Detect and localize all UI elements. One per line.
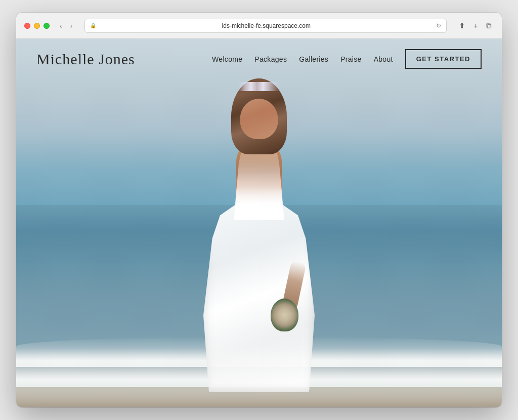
navigation: Welcome Packages Galleries Praise About …: [212, 49, 482, 69]
lock-icon: 🔒: [90, 23, 96, 28]
forward-button[interactable]: ›: [68, 21, 75, 31]
browser-actions: ⬆ + ⧉: [457, 19, 494, 32]
bride-head: [240, 99, 278, 139]
bride-bouquet: [271, 299, 298, 331]
nav-about[interactable]: About: [374, 55, 393, 63]
maximize-button[interactable]: [44, 23, 50, 29]
nav-galleries[interactable]: Galleries: [299, 55, 328, 63]
hero-image: Michelle Jones Welcome Packages Gallerie…: [16, 39, 502, 407]
bride-figure: [188, 129, 330, 392]
nav-overlay: Michelle Jones Welcome Packages Gallerie…: [16, 39, 502, 79]
tabs-button[interactable]: ⧉: [484, 19, 494, 32]
share-button[interactable]: ⬆: [457, 19, 467, 32]
nav-packages[interactable]: Packages: [254, 55, 287, 63]
reload-button[interactable]: ↻: [436, 22, 441, 29]
close-button[interactable]: [24, 23, 30, 29]
traffic-lights: [24, 23, 50, 29]
site-logo[interactable]: Michelle Jones: [36, 51, 135, 68]
get-started-button[interactable]: GET STARTED: [405, 49, 482, 69]
bride-tiara: [239, 82, 279, 91]
browser-chrome: ‹ › 🔒 lds-michelle-fe.squarespace.com ↻ …: [16, 13, 502, 39]
new-tab-button[interactable]: +: [471, 19, 480, 32]
browser-controls: ‹ ›: [58, 21, 74, 31]
address-bar[interactable]: 🔒 lds-michelle-fe.squarespace.com ↻: [84, 19, 447, 33]
nav-praise[interactable]: Praise: [340, 55, 361, 63]
url-text: lds-michelle-fe.squarespace.com: [99, 22, 433, 29]
nav-welcome[interactable]: Welcome: [212, 55, 242, 63]
website-content: Michelle Jones Welcome Packages Gallerie…: [16, 39, 502, 407]
browser-window: ‹ › 🔒 lds-michelle-fe.squarespace.com ↻ …: [16, 13, 502, 407]
back-button[interactable]: ‹: [58, 21, 64, 31]
minimize-button[interactable]: [34, 23, 40, 29]
